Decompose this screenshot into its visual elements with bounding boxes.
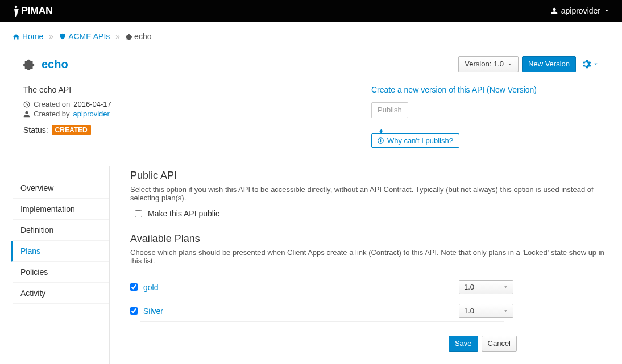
plan-version-select[interactable]: 1.0 [459, 280, 513, 294]
api-description: The echo API [23, 85, 371, 94]
user-icon [551, 7, 558, 14]
breadcrumb-home-label: Home [22, 32, 43, 41]
public-api-checkbox-label: Make this API public [148, 209, 219, 218]
footer-actions: Save Cancel [130, 322, 517, 363]
user-menu[interactable]: apiprovider [551, 6, 609, 15]
breadcrumb: Home » ACME APIs » echo [13, 22, 609, 48]
tab-policies[interactable]: Policies [13, 262, 109, 283]
public-api-title: Public API [130, 170, 609, 182]
apiman-logo-icon: PIMAN [13, 5, 69, 17]
breadcrumb-api-label: echo [134, 32, 151, 41]
tab-content: Public API Select this option if you wis… [110, 166, 609, 364]
plan-checkbox[interactable] [130, 283, 138, 291]
plans-desc: Choose which plans should be presented w… [130, 248, 609, 265]
meta-right: Create a new version of this API (New Ve… [371, 85, 599, 148]
chevron-down-icon [503, 308, 508, 313]
settings-menu[interactable] [582, 60, 599, 69]
plan-version-select[interactable]: 1.0 [459, 304, 513, 318]
chevron-down-icon [503, 284, 508, 290]
tab-label: Overview [20, 183, 53, 193]
breadcrumb-sep: » [115, 32, 120, 41]
tab-label: Definition [20, 225, 53, 235]
breadcrumb-home[interactable]: Home [13, 32, 43, 41]
content-row: Overview Implementation Definition Plans… [13, 166, 609, 364]
user-icon [23, 111, 30, 118]
tab-label: Implementation [20, 204, 75, 214]
svg-point-4 [380, 139, 381, 140]
tab-plans[interactable]: Plans [11, 241, 109, 262]
info-icon [378, 137, 384, 144]
created-by-line: Created by apiprovider [23, 110, 371, 118]
user-name: apiprovider [561, 6, 600, 15]
svg-rect-5 [380, 140, 381, 142]
status-badge: CREATED [52, 125, 91, 135]
publish-button[interactable]: Publish [371, 102, 408, 118]
side-nav: Overview Implementation Definition Plans… [13, 166, 110, 364]
plan-row: gold 1.0 [130, 274, 609, 298]
why-publish-label: Why can't I publish? [387, 136, 453, 145]
gear-icon [582, 60, 591, 69]
plan-name-link[interactable]: gold [143, 283, 158, 292]
public-api-checkbox[interactable] [135, 210, 142, 217]
head-actions: Version: 1.0 New Version [458, 56, 599, 72]
clock-icon [23, 101, 30, 108]
tab-activity[interactable]: Activity [13, 283, 109, 304]
tab-implementation[interactable]: Implementation [13, 199, 109, 220]
tab-label: Plans [20, 246, 40, 256]
new-version-button[interactable]: New Version [522, 56, 576, 72]
new-version-label: New Version [528, 59, 570, 69]
created-on-line: Created on 2016-04-17 [23, 100, 371, 108]
tab-label: Policies [20, 267, 48, 277]
plans-title: Available Plans [130, 233, 609, 245]
card-head: echo Version: 1.0 New Version [13, 48, 609, 78]
api-title: echo [23, 58, 68, 71]
plan-checkbox[interactable] [130, 307, 138, 315]
cancel-button[interactable]: Cancel [482, 336, 517, 352]
save-button[interactable]: Save [449, 336, 478, 352]
plan-name-link[interactable]: Silver [143, 307, 163, 316]
breadcrumb-api: echo [126, 32, 151, 41]
public-api-checkbox-row: Make this API public [135, 209, 609, 218]
why-publish-wrap: Why can't I publish? [371, 127, 599, 148]
breadcrumb-sep: » [49, 32, 53, 41]
logo: PIMAN [13, 5, 69, 17]
tab-definition[interactable]: Definition [13, 220, 109, 241]
meta-left: The echo API Created on 2016-04-17 Creat… [23, 85, 371, 148]
chevron-down-icon [593, 61, 599, 67]
chevron-down-icon [604, 8, 609, 14]
svg-point-0 [15, 6, 17, 8]
plans-list: gold 1.0 Silver [130, 274, 609, 322]
version-select-label: Version: 1.0 [465, 59, 504, 69]
shield-icon [59, 33, 66, 40]
card-body: The echo API Created on 2016-04-17 Creat… [13, 78, 609, 158]
created-on-label: Created on [34, 100, 70, 108]
puzzle-icon [23, 58, 36, 70]
plan-version-value: 1.0 [464, 283, 474, 291]
cancel-label: Cancel [488, 338, 511, 349]
public-api-desc: Select this option if you wish this API … [130, 185, 609, 202]
breadcrumb-org[interactable]: ACME APIs [59, 32, 110, 41]
puzzle-icon [126, 33, 133, 40]
new-version-hint-link[interactable]: Create a new version of this API (New Ve… [371, 85, 599, 94]
plan-version-value: 1.0 [464, 307, 474, 315]
tab-overview[interactable]: Overview [13, 178, 109, 199]
home-icon [13, 33, 20, 40]
version-select[interactable]: Version: 1.0 [458, 56, 519, 72]
arrow-up-icon [378, 128, 606, 135]
created-by-label: Created by [34, 110, 70, 118]
status-label: Status: [23, 125, 48, 135]
tab-label: Activity [20, 288, 45, 298]
breadcrumb-org-label: ACME APIs [68, 32, 110, 41]
save-label: Save [455, 338, 472, 349]
created-on-value: 2016-04-17 [73, 100, 111, 108]
plan-row: Silver 1.0 [130, 298, 609, 321]
api-name: echo [42, 58, 68, 71]
chevron-down-icon [507, 62, 512, 67]
status-line: Status: CREATED [23, 125, 371, 135]
svg-text:PIMAN: PIMAN [21, 5, 53, 16]
api-card: echo Version: 1.0 New Version [13, 48, 609, 158]
why-publish-button[interactable]: Why can't I publish? [371, 133, 459, 148]
topbar: PIMAN apiprovider [0, 0, 622, 22]
publish-label: Publish [378, 105, 402, 115]
created-by-value[interactable]: apiprovider [73, 110, 110, 118]
